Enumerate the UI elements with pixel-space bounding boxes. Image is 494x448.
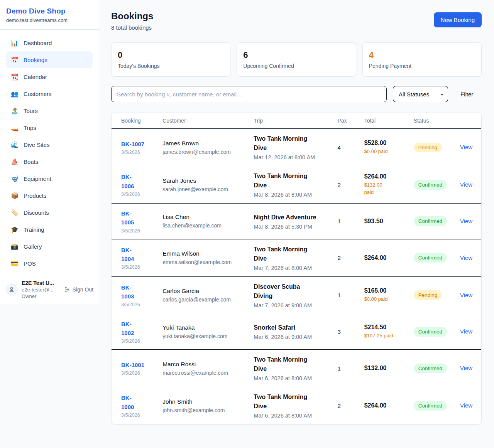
bookings-table-card: Booking Customer Trip Pax Total Status B… <box>111 113 482 424</box>
search-input[interactable] <box>111 86 387 102</box>
stat-label: Upcoming Confirmed <box>243 63 349 69</box>
booking-id-link[interactable]: BK- 1000 <box>121 393 156 411</box>
sidebar-item-discounts[interactable]: 🏷️ Discounts <box>6 204 93 221</box>
table-body: BK-1007 3/5/2026 James Brown james.brown… <box>112 129 481 424</box>
user-info: E2E Test U... e2e-tester@... Owner <box>22 280 60 299</box>
shop-name: Demo Dive Shop <box>6 7 93 15</box>
sidebar-item-tours[interactable]: 🏝️ Tours <box>6 102 93 119</box>
booking-id-link[interactable]: BK- 1006 <box>121 172 156 190</box>
status-badge: Pending <box>414 290 442 300</box>
view-link[interactable]: View <box>460 254 472 261</box>
bookings-table: Booking Customer Trip Pax Total Status B… <box>112 113 481 424</box>
user-email: e2e-tester@... <box>22 287 60 293</box>
stat-card-pending-payment: 4 Pending Payment <box>362 42 482 77</box>
sidebar-item-trips[interactable]: 🚤 Trips <box>6 119 93 136</box>
column-header-total: Total <box>361 113 411 129</box>
wave-icon: 🌊 <box>11 141 19 148</box>
booking-id-link[interactable]: BK-1007 <box>121 140 156 148</box>
trip-name: Two Tank Morning Dive <box>254 245 331 263</box>
booking-id-link[interactable]: BK-1001 <box>121 360 156 369</box>
pax-count: 2 <box>335 239 361 276</box>
filter-button[interactable]: Filter <box>454 88 479 101</box>
table-row: BK-1007 3/5/2026 James Brown james.brown… <box>112 129 481 166</box>
sidebar-item-pos[interactable]: 💳 POS <box>6 255 93 272</box>
view-link[interactable]: View <box>460 144 472 150</box>
customer-name: Sarah Jones <box>162 177 247 184</box>
stats-row: 0 Today's Bookings 6 Upcoming Confirmed … <box>111 42 482 77</box>
sidebar-rail: Demo Dive Shop demo.test.divestreams.com… <box>0 0 99 448</box>
sidebar-item-training[interactable]: 🎓 Training <box>6 221 93 238</box>
customer-email: john.smith@example.com <box>162 407 247 413</box>
trip-name: Two Tank Morning Dive <box>254 172 331 190</box>
column-header-customer: Customer <box>159 113 250 129</box>
filter-controls: All Statuses Filter <box>111 86 482 102</box>
trip-datetime: Mar 6, 2026 at 9:00 AM <box>254 334 331 340</box>
total-amount: $264.00 <box>364 402 408 409</box>
bookings-count: 8 total bookings <box>111 24 153 31</box>
trip-name: Two Tank Morning Dive <box>254 392 331 411</box>
status-badge: Confirmed <box>414 180 447 190</box>
booking-date: 3/5/2026 <box>121 264 156 270</box>
customer-name: Marco Rossi <box>162 361 247 368</box>
stat-label: Pending Payment <box>369 63 475 69</box>
new-booking-button[interactable]: New Booking <box>434 12 482 27</box>
people-icon: 👥 <box>11 90 19 98</box>
trip-name: Two Tank Morning Dive <box>254 355 331 374</box>
table-row: BK- 1005 3/5/2026 Lisa Chen lisa.chen@ex… <box>112 204 481 239</box>
booking-id-link[interactable]: BK- 1004 <box>121 246 156 264</box>
trip-datetime: Mar 7, 2026 at 8:00 AM <box>254 265 331 271</box>
customer-name: Yuki Tanaka <box>162 324 247 331</box>
column-header-status: Status <box>411 113 457 129</box>
paid-amount: $0.00 paid <box>364 296 408 303</box>
customer-name: Carlos Garcia <box>162 288 247 295</box>
page-header: Bookings 8 total bookings New Booking <box>111 11 482 31</box>
booking-id-link[interactable]: BK- 1005 <box>121 209 156 227</box>
booking-date: 3/5/2026 <box>121 150 156 155</box>
sidebar-item-products[interactable]: 📦 Products <box>6 187 93 204</box>
stat-card-upcoming-confirmed: 6 Upcoming Confirmed <box>237 42 356 77</box>
booking-date: 3/5/2026 <box>121 228 156 234</box>
credit-card-icon: 💳 <box>11 260 19 267</box>
column-header-booking: Booking <box>112 113 159 129</box>
bar-chart-icon: 📊 <box>11 39 19 47</box>
customer-email: james.brown@example.com <box>162 149 247 155</box>
sidebar-item-dashboard[interactable]: 📊 Dashboard <box>6 34 93 51</box>
trip-datetime: Mar 7, 2026 at 9:00 AM <box>254 302 331 308</box>
customer-email: marco.rossi@example.com <box>162 370 247 376</box>
sidebar-item-equipment[interactable]: 🤿 Equipment <box>6 170 93 187</box>
customer-email: yuki.tanaka@example.com <box>162 333 247 339</box>
speedboat-icon: 🚤 <box>11 124 19 131</box>
trip-name: Two Tank Morning Dive <box>254 134 331 153</box>
sidebar-item-calendar[interactable]: 📆 Calendar <box>6 68 93 85</box>
view-link[interactable]: View <box>460 328 472 335</box>
stat-label: Today's Bookings <box>118 63 224 69</box>
avatar <box>5 283 18 296</box>
status-badge: Confirmed <box>414 401 447 411</box>
sidebar-footer: E2E Test U... e2e-tester@... Owner Sign … <box>0 275 99 304</box>
table-row: BK- 1003 3/5/2026 Carlos Garcia carlos.g… <box>112 276 481 314</box>
total-amount: $214.50 <box>364 324 408 331</box>
pax-count: 1 <box>335 204 361 239</box>
view-link[interactable]: View <box>460 218 472 224</box>
table-row: BK- 1002 3/5/2026 Yuki Tanaka yuki.tanak… <box>112 314 481 350</box>
sidebar-item-boats[interactable]: ⛵ Boats <box>6 153 93 170</box>
pax-count: 2 <box>335 166 361 204</box>
view-link[interactable]: View <box>460 402 472 409</box>
view-link[interactable]: View <box>460 365 472 371</box>
sidebar-item-gallery[interactable]: 📸 Gallery <box>6 238 93 255</box>
status-filter-select[interactable]: All Statuses <box>393 86 448 102</box>
total-amount: $132.00 <box>364 365 408 372</box>
view-link[interactable]: View <box>460 292 472 298</box>
view-link[interactable]: View <box>460 181 472 188</box>
pax-count: 1 <box>335 276 361 314</box>
booking-id-link[interactable]: BK- 1002 <box>121 320 156 338</box>
page-header-text: Bookings 8 total bookings <box>111 11 153 31</box>
trip-datetime: Mar 6, 2026 at 8:00 AM <box>254 413 331 419</box>
sidebar-item-bookings[interactable]: 📅 Bookings <box>6 51 93 68</box>
shop-domain: demo.test.divestreams.com <box>6 17 93 23</box>
sign-out-button[interactable]: Sign Out <box>64 286 93 293</box>
sidebar-item-dive-sites[interactable]: 🌊 Dive Sites <box>6 136 93 153</box>
booking-id-link[interactable]: BK- 1003 <box>121 283 156 301</box>
booking-date: 3/5/2026 <box>121 302 156 307</box>
sidebar-item-customers[interactable]: 👥 Customers <box>6 85 93 102</box>
